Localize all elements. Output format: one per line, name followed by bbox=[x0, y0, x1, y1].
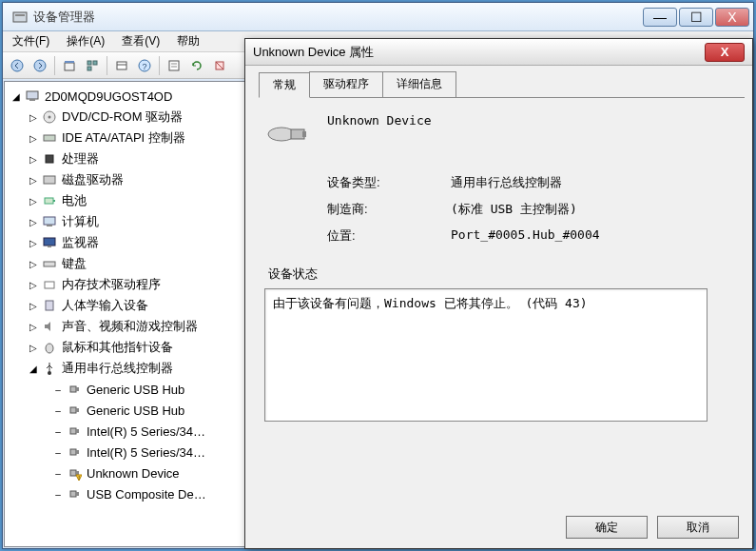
tb-uninstall-icon[interactable] bbox=[209, 55, 230, 76]
label-location: 位置: bbox=[327, 227, 451, 245]
ok-button[interactable]: 确定 bbox=[566, 516, 648, 539]
cancel-button[interactable]: 取消 bbox=[657, 516, 739, 539]
svg-rect-30 bbox=[48, 246, 51, 247]
svg-point-3 bbox=[34, 60, 46, 71]
tree-node-label: Unknown Device bbox=[87, 466, 180, 481]
tree-node-label: 内存技术驱动程序 bbox=[62, 276, 161, 293]
leaf-dash: – bbox=[50, 405, 66, 416]
tb-organize-icon[interactable] bbox=[82, 55, 103, 76]
svg-rect-24 bbox=[44, 176, 55, 184]
expand-icon[interactable]: ▷ bbox=[26, 196, 41, 207]
device-header: Unknown Device bbox=[264, 111, 733, 157]
tb-view-icon[interactable] bbox=[111, 55, 132, 76]
dialog-close-button[interactable]: X bbox=[705, 43, 745, 62]
leaf-dash: – bbox=[50, 426, 66, 437]
tree-node-label: 鼠标和其他指针设备 bbox=[62, 339, 173, 356]
menu-view[interactable]: 查看(V) bbox=[118, 31, 164, 51]
leaf-dash: – bbox=[50, 468, 66, 479]
app-icon bbox=[12, 10, 28, 25]
usb-plug-icon bbox=[66, 403, 83, 418]
tb-up-icon[interactable] bbox=[59, 55, 80, 76]
device-status-group: 设备状态 由于该设备有问题，Windows 已将其停止。 (代码 43) bbox=[264, 266, 733, 422]
svg-rect-47 bbox=[70, 491, 76, 497]
tree-node-label: 人体学输入设备 bbox=[62, 297, 148, 314]
dialog-title-bar: Unknown Device 属性 X bbox=[245, 39, 752, 66]
label-device-status: 设备状态 bbox=[268, 266, 733, 283]
tree-node-label: DVD/CD-ROM 驱动器 bbox=[62, 108, 183, 126]
expand-icon[interactable]: ▷ bbox=[26, 217, 41, 227]
expand-icon[interactable]: ▷ bbox=[26, 238, 41, 248]
svg-text:?: ? bbox=[142, 62, 146, 71]
sound-icon bbox=[41, 319, 58, 334]
tree-node-label: Intel(R) 5 Series/34… bbox=[87, 445, 205, 460]
close-button[interactable]: X bbox=[715, 8, 749, 27]
minimize-button[interactable]: — bbox=[643, 8, 677, 27]
svg-rect-31 bbox=[44, 262, 55, 266]
svg-rect-27 bbox=[44, 217, 55, 225]
svg-rect-42 bbox=[70, 449, 76, 455]
tab-details[interactable]: 详细信息 bbox=[382, 71, 456, 97]
expand-icon[interactable]: ▷ bbox=[26, 343, 41, 353]
keyboard-icon bbox=[41, 256, 58, 271]
expand-icon[interactable]: ▷ bbox=[26, 322, 41, 332]
svg-rect-51 bbox=[302, 131, 306, 137]
menu-file[interactable]: 文件(F) bbox=[9, 31, 53, 51]
expand-icon[interactable]: ▷ bbox=[26, 280, 41, 290]
toolbar-separator bbox=[107, 56, 107, 75]
svg-rect-1 bbox=[15, 14, 25, 16]
hid-icon bbox=[41, 298, 58, 313]
expand-icon[interactable]: ◢ bbox=[26, 364, 41, 374]
svg-rect-23 bbox=[46, 155, 53, 163]
device-info: 设备类型: 通用串行总线控制器 制造商: (标准 USB 主控制器) 位置: P… bbox=[327, 174, 733, 245]
svg-rect-8 bbox=[87, 67, 91, 70]
svg-point-35 bbox=[48, 371, 51, 375]
expand-icon[interactable]: ▷ bbox=[26, 133, 41, 144]
menu-help[interactable]: 帮助 bbox=[173, 31, 204, 51]
tb-forward-icon[interactable] bbox=[29, 55, 50, 76]
svg-rect-5 bbox=[65, 61, 74, 63]
tb-refresh-icon[interactable] bbox=[186, 55, 207, 76]
svg-rect-29 bbox=[44, 238, 55, 246]
battery-icon bbox=[41, 193, 58, 208]
tab-row: 常规 驱动程序 详细信息 bbox=[245, 66, 752, 97]
expand-icon[interactable]: ▷ bbox=[26, 112, 41, 123]
tree-node-label: 处理器 bbox=[62, 150, 99, 167]
expand-icon[interactable]: ▷ bbox=[26, 259, 41, 269]
tree-node-label: 通用串行总线控制器 bbox=[62, 360, 173, 377]
tree-node-label: 监视器 bbox=[62, 234, 99, 251]
tree-node-label: Intel(R) 5 Series/34… bbox=[87, 424, 205, 439]
expand-icon[interactable]: ▷ bbox=[26, 175, 41, 186]
tab-driver[interactable]: 驱动程序 bbox=[309, 71, 383, 97]
svg-rect-19 bbox=[29, 99, 35, 101]
tree-node-label: Generic USB Hub bbox=[87, 383, 184, 397]
tree-node-label: 计算机 bbox=[62, 213, 99, 230]
computer-icon bbox=[24, 89, 41, 104]
mouse-icon bbox=[41, 340, 58, 355]
device-status-text[interactable]: 由于该设备有问题，Windows 已将其停止。 (代码 43) bbox=[264, 288, 708, 422]
svg-rect-4 bbox=[65, 63, 74, 70]
collapse-icon[interactable]: ◢ bbox=[9, 91, 24, 102]
properties-dialog: Unknown Device 属性 X 常规 驱动程序 详细信息 Unknown… bbox=[244, 38, 753, 549]
tree-root-label: 2D0MQD9UGOST4OD bbox=[45, 89, 172, 104]
tree-node-label: USB Composite De… bbox=[87, 487, 206, 502]
dialog-buttons: 确定 取消 bbox=[566, 516, 739, 539]
tb-properties-icon[interactable] bbox=[164, 55, 184, 76]
tb-help-icon[interactable]: ? bbox=[134, 55, 155, 76]
maximize-button[interactable]: ☐ bbox=[679, 8, 713, 27]
svg-rect-39 bbox=[76, 408, 79, 412]
tab-general[interactable]: 常规 bbox=[259, 72, 310, 98]
label-manufacturer: 制造商: bbox=[327, 201, 451, 218]
menu-action[interactable]: 操作(A) bbox=[63, 31, 108, 51]
expand-icon[interactable]: ▷ bbox=[26, 301, 41, 311]
svg-rect-50 bbox=[291, 129, 304, 139]
svg-rect-48 bbox=[76, 492, 79, 496]
svg-rect-6 bbox=[87, 61, 91, 65]
tb-back-icon[interactable] bbox=[7, 55, 28, 76]
device-name: Unknown Device bbox=[327, 111, 432, 128]
disk-icon bbox=[41, 172, 58, 187]
svg-rect-37 bbox=[76, 387, 79, 391]
expand-icon[interactable]: ▷ bbox=[26, 154, 41, 165]
usb-plug-icon bbox=[66, 423, 83, 439]
tree-node-label: 键盘 bbox=[62, 255, 87, 272]
leaf-dash: – bbox=[50, 489, 66, 500]
